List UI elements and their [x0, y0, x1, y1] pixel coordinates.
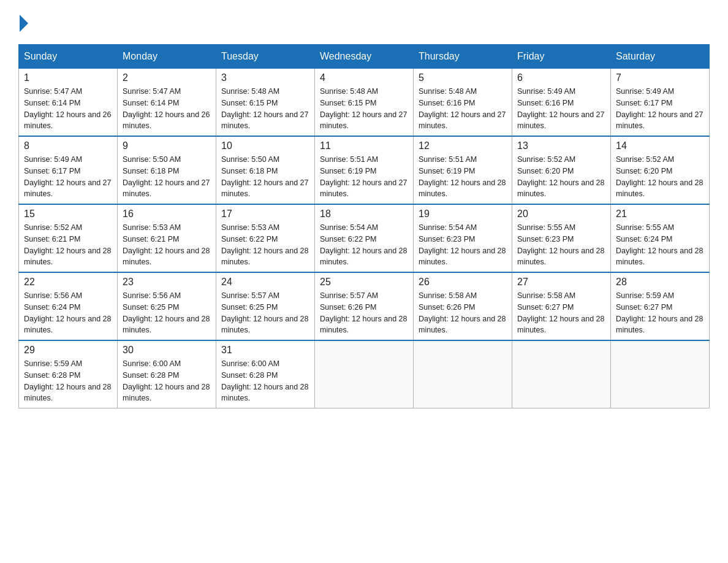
- calendar-day-cell: 5Sunrise: 5:48 AMSunset: 6:16 PMDaylight…: [414, 69, 512, 137]
- calendar-week-row: 1Sunrise: 5:47 AMSunset: 6:14 PMDaylight…: [19, 69, 710, 137]
- calendar-day-cell: 7Sunrise: 5:49 AMSunset: 6:17 PMDaylight…: [611, 69, 710, 137]
- calendar-day-cell: [512, 340, 611, 408]
- day-info: Sunrise: 5:53 AMSunset: 6:22 PMDaylight:…: [221, 222, 309, 268]
- day-info: Sunrise: 5:54 AMSunset: 6:23 PMDaylight:…: [419, 222, 507, 268]
- day-info: Sunrise: 5:49 AMSunset: 6:16 PMDaylight:…: [517, 86, 605, 132]
- day-info: Sunrise: 5:48 AMSunset: 6:15 PMDaylight:…: [320, 86, 408, 132]
- day-info: Sunrise: 5:49 AMSunset: 6:17 PMDaylight:…: [616, 86, 704, 132]
- day-info: Sunrise: 5:55 AMSunset: 6:23 PMDaylight:…: [517, 222, 605, 268]
- calendar-day-cell: 18Sunrise: 5:54 AMSunset: 6:22 PMDayligh…: [315, 204, 414, 272]
- weekday-header-sunday: Sunday: [19, 45, 118, 69]
- day-info: Sunrise: 5:52 AMSunset: 6:21 PMDaylight:…: [24, 222, 112, 268]
- day-info: Sunrise: 6:00 AMSunset: 6:28 PMDaylight:…: [123, 358, 211, 404]
- day-number: 2: [123, 72, 211, 83]
- day-number: 13: [517, 140, 605, 151]
- weekday-header-thursday: Thursday: [414, 45, 512, 69]
- day-info: Sunrise: 5:52 AMSunset: 6:20 PMDaylight:…: [616, 154, 704, 200]
- day-number: 24: [221, 277, 309, 288]
- calendar-day-cell: 11Sunrise: 5:51 AMSunset: 6:19 PMDayligh…: [315, 136, 414, 204]
- day-number: 20: [517, 209, 605, 220]
- day-number: 27: [517, 277, 605, 288]
- calendar-day-cell: 12Sunrise: 5:51 AMSunset: 6:19 PMDayligh…: [414, 136, 512, 204]
- day-number: 30: [123, 345, 211, 356]
- calendar-day-cell: 9Sunrise: 5:50 AMSunset: 6:18 PMDaylight…: [118, 136, 216, 204]
- calendar-day-cell: 14Sunrise: 5:52 AMSunset: 6:20 PMDayligh…: [611, 136, 710, 204]
- calendar-day-cell: 21Sunrise: 5:55 AMSunset: 6:24 PMDayligh…: [611, 204, 710, 272]
- calendar-header-row: SundayMondayTuesdayWednesdayThursdayFrid…: [19, 45, 710, 69]
- day-info: Sunrise: 5:59 AMSunset: 6:27 PMDaylight:…: [616, 290, 704, 336]
- day-number: 16: [123, 209, 211, 220]
- calendar-day-cell: 28Sunrise: 5:59 AMSunset: 6:27 PMDayligh…: [611, 272, 710, 340]
- day-info: Sunrise: 5:50 AMSunset: 6:18 PMDaylight:…: [221, 154, 309, 200]
- day-number: 28: [616, 277, 704, 288]
- logo-triangle-icon: [20, 15, 28, 32]
- weekday-header-tuesday: Tuesday: [216, 45, 315, 69]
- calendar-week-row: 29Sunrise: 5:59 AMSunset: 6:28 PMDayligh…: [19, 340, 710, 408]
- day-info: Sunrise: 5:48 AMSunset: 6:16 PMDaylight:…: [419, 86, 507, 132]
- day-info: Sunrise: 5:52 AMSunset: 6:20 PMDaylight:…: [517, 154, 605, 200]
- day-info: Sunrise: 5:47 AMSunset: 6:14 PMDaylight:…: [24, 86, 112, 132]
- calendar-day-cell: 31Sunrise: 6:00 AMSunset: 6:28 PMDayligh…: [216, 340, 315, 408]
- day-number: 5: [419, 72, 507, 83]
- day-number: 6: [517, 72, 605, 83]
- day-number: 4: [320, 72, 408, 83]
- calendar-day-cell: [611, 340, 710, 408]
- calendar-day-cell: 20Sunrise: 5:55 AMSunset: 6:23 PMDayligh…: [512, 204, 611, 272]
- day-number: 26: [419, 277, 507, 288]
- day-number: 14: [616, 140, 704, 151]
- calendar-day-cell: 30Sunrise: 6:00 AMSunset: 6:28 PMDayligh…: [118, 340, 216, 408]
- day-info: Sunrise: 5:59 AMSunset: 6:28 PMDaylight:…: [24, 358, 112, 404]
- weekday-header-wednesday: Wednesday: [315, 45, 414, 69]
- calendar-day-cell: 26Sunrise: 5:58 AMSunset: 6:26 PMDayligh…: [414, 272, 512, 340]
- day-number: 1: [24, 72, 112, 83]
- calendar-day-cell: 17Sunrise: 5:53 AMSunset: 6:22 PMDayligh…: [216, 204, 315, 272]
- day-info: Sunrise: 5:48 AMSunset: 6:15 PMDaylight:…: [221, 86, 309, 132]
- day-number: 7: [616, 72, 704, 83]
- calendar-day-cell: 27Sunrise: 5:58 AMSunset: 6:27 PMDayligh…: [512, 272, 611, 340]
- day-info: Sunrise: 5:47 AMSunset: 6:14 PMDaylight:…: [123, 86, 211, 132]
- day-number: 22: [24, 277, 112, 288]
- calendar-day-cell: 22Sunrise: 5:56 AMSunset: 6:24 PMDayligh…: [19, 272, 118, 340]
- day-info: Sunrise: 5:51 AMSunset: 6:19 PMDaylight:…: [419, 154, 507, 200]
- calendar-day-cell: 8Sunrise: 5:49 AMSunset: 6:17 PMDaylight…: [19, 136, 118, 204]
- page-header: [18, 12, 710, 32]
- calendar-day-cell: 24Sunrise: 5:57 AMSunset: 6:25 PMDayligh…: [216, 272, 315, 340]
- day-info: Sunrise: 5:51 AMSunset: 6:19 PMDaylight:…: [320, 154, 408, 200]
- day-info: Sunrise: 5:49 AMSunset: 6:17 PMDaylight:…: [24, 154, 112, 200]
- weekday-header-monday: Monday: [118, 45, 216, 69]
- day-number: 19: [419, 209, 507, 220]
- day-number: 11: [320, 140, 408, 151]
- day-info: Sunrise: 5:50 AMSunset: 6:18 PMDaylight:…: [123, 154, 211, 200]
- day-number: 18: [320, 209, 408, 220]
- day-number: 25: [320, 277, 408, 288]
- day-number: 10: [221, 140, 309, 151]
- calendar-day-cell: [315, 340, 414, 408]
- day-info: Sunrise: 5:56 AMSunset: 6:24 PMDaylight:…: [24, 290, 112, 336]
- calendar-day-cell: [414, 340, 512, 408]
- day-info: Sunrise: 5:57 AMSunset: 6:26 PMDaylight:…: [320, 290, 408, 336]
- day-info: Sunrise: 5:58 AMSunset: 6:26 PMDaylight:…: [419, 290, 507, 336]
- day-number: 12: [419, 140, 507, 151]
- day-info: Sunrise: 5:58 AMSunset: 6:27 PMDaylight:…: [517, 290, 605, 336]
- calendar-week-row: 22Sunrise: 5:56 AMSunset: 6:24 PMDayligh…: [19, 272, 710, 340]
- calendar-day-cell: 29Sunrise: 5:59 AMSunset: 6:28 PMDayligh…: [19, 340, 118, 408]
- calendar-day-cell: 23Sunrise: 5:56 AMSunset: 6:25 PMDayligh…: [118, 272, 216, 340]
- day-number: 23: [123, 277, 211, 288]
- calendar-day-cell: 13Sunrise: 5:52 AMSunset: 6:20 PMDayligh…: [512, 136, 611, 204]
- day-number: 17: [221, 209, 309, 220]
- calendar-week-row: 15Sunrise: 5:52 AMSunset: 6:21 PMDayligh…: [19, 204, 710, 272]
- day-number: 15: [24, 209, 112, 220]
- calendar-day-cell: 19Sunrise: 5:54 AMSunset: 6:23 PMDayligh…: [414, 204, 512, 272]
- day-info: Sunrise: 5:56 AMSunset: 6:25 PMDaylight:…: [123, 290, 211, 336]
- calendar-day-cell: 15Sunrise: 5:52 AMSunset: 6:21 PMDayligh…: [19, 204, 118, 272]
- day-number: 29: [24, 345, 112, 356]
- day-info: Sunrise: 6:00 AMSunset: 6:28 PMDaylight:…: [221, 358, 309, 404]
- calendar-day-cell: 16Sunrise: 5:53 AMSunset: 6:21 PMDayligh…: [118, 204, 216, 272]
- calendar-day-cell: 25Sunrise: 5:57 AMSunset: 6:26 PMDayligh…: [315, 272, 414, 340]
- day-info: Sunrise: 5:54 AMSunset: 6:22 PMDaylight:…: [320, 222, 408, 268]
- day-info: Sunrise: 5:53 AMSunset: 6:21 PMDaylight:…: [123, 222, 211, 268]
- calendar-day-cell: 3Sunrise: 5:48 AMSunset: 6:15 PMDaylight…: [216, 69, 315, 137]
- day-number: 31: [221, 345, 309, 356]
- calendar-week-row: 8Sunrise: 5:49 AMSunset: 6:17 PMDaylight…: [19, 136, 710, 204]
- calendar-day-cell: 4Sunrise: 5:48 AMSunset: 6:15 PMDaylight…: [315, 69, 414, 137]
